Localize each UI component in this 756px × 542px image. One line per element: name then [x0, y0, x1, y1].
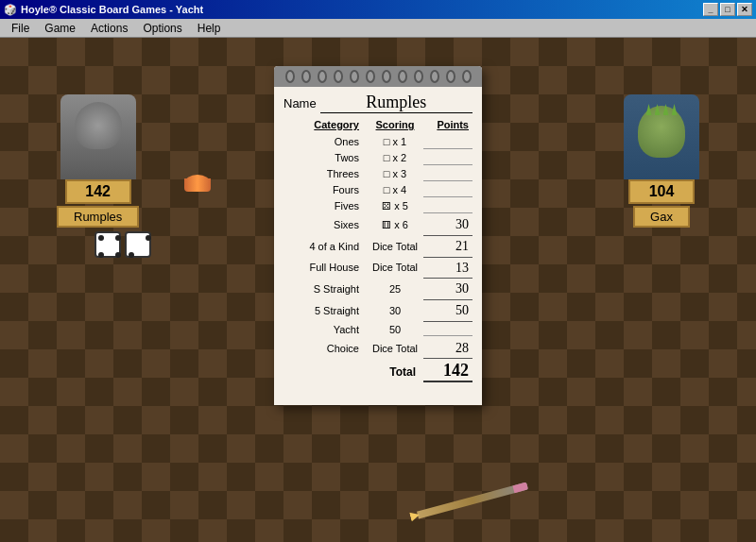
- score-row[interactable]: Fours□ x 4: [284, 182, 472, 198]
- row-points: 13: [423, 258, 472, 279]
- score-row[interactable]: 5 Straight3050: [284, 300, 472, 322]
- row-category: Sixes: [284, 217, 367, 233]
- menu-bar: File Game Actions Options Help: [0, 19, 756, 38]
- game-area: 142 Rumples: [0, 38, 756, 542]
- spiral-loop: [318, 70, 327, 83]
- row-points: 21: [423, 236, 472, 258]
- cylinder-token: [184, 175, 211, 192]
- header-category: Category: [284, 119, 367, 130]
- dot: [146, 235, 151, 241]
- score-row[interactable]: Threes□ x 3: [284, 166, 472, 182]
- row-points: [423, 200, 472, 213]
- row-points: [423, 323, 472, 336]
- row-scoring: □ x 4: [367, 182, 423, 198]
- spiral-binding: [274, 66, 482, 87]
- row-points: 28: [423, 338, 472, 360]
- score-row[interactable]: Sixes⚅ x 630: [284, 214, 472, 236]
- player-name-display: Rumples: [320, 93, 472, 113]
- scorepad: Name Rumples Category Scoring Points One…: [274, 66, 482, 405]
- title-bar-icon: 🎲: [4, 4, 17, 16]
- player-right-score: 104: [628, 179, 695, 204]
- menu-options[interactable]: Options: [135, 21, 189, 36]
- player-right-avatar: [624, 94, 699, 179]
- row-scoring: 50: [367, 322, 423, 338]
- row-category: 4 of a Kind: [284, 239, 367, 255]
- maximize-button[interactable]: □: [720, 3, 735, 16]
- row-points: [423, 168, 472, 181]
- spiral-loop: [382, 70, 391, 83]
- spiral-loop: [350, 70, 359, 83]
- spiral-loop: [398, 70, 407, 83]
- row-scoring: Dice Total: [367, 239, 423, 255]
- scorepad-rows: Ones□ x 1Twos□ x 2Threes□ x 3Fours□ x 4F…: [284, 134, 472, 359]
- row-scoring: Dice Total: [367, 260, 423, 276]
- row-scoring: □ x 3: [367, 166, 423, 182]
- total-row: Total 142: [284, 361, 472, 382]
- score-row[interactable]: S Straight2530: [284, 279, 472, 300]
- row-scoring: 25: [367, 281, 423, 297]
- score-row[interactable]: Full HouseDice Total13: [284, 258, 472, 279]
- player-left: 142 Rumples: [57, 94, 139, 228]
- close-button[interactable]: ✕: [737, 3, 752, 16]
- menu-help[interactable]: Help: [190, 21, 229, 36]
- title-bar-text: Hoyle® Classic Board Games - Yacht: [21, 4, 203, 15]
- row-category: 5 Straight: [284, 303, 367, 319]
- dot: [98, 235, 104, 241]
- score-row[interactable]: ChoiceDice Total28: [284, 338, 472, 360]
- spiral-loop: [366, 70, 375, 83]
- name-row: Name Rumples: [284, 93, 472, 113]
- spiral-loop: [285, 70, 295, 83]
- row-scoring: 30: [367, 303, 423, 319]
- row-points: 50: [423, 300, 472, 322]
- score-row[interactable]: Yacht50: [284, 322, 472, 338]
- row-points: 30: [423, 279, 472, 300]
- row-scoring: Dice Total: [367, 341, 423, 357]
- row-category: Fours: [284, 182, 367, 198]
- die-1[interactable]: [94, 231, 121, 258]
- dot: [115, 252, 121, 258]
- player-right-hair: [646, 104, 678, 115]
- header-scoring: Scoring: [367, 119, 423, 130]
- score-row[interactable]: Fives⚄ x 5: [284, 198, 472, 214]
- pencil: [417, 483, 528, 519]
- header-points: Points: [423, 119, 472, 130]
- menu-actions[interactable]: Actions: [83, 21, 135, 36]
- spiral-loop: [446, 70, 455, 83]
- minimize-button[interactable]: _: [703, 3, 718, 16]
- total-value: 142: [423, 361, 472, 382]
- dot: [129, 252, 134, 258]
- dot: [98, 252, 104, 258]
- score-row[interactable]: 4 of a KindDice Total21: [284, 236, 472, 258]
- spiral-loop: [301, 70, 311, 83]
- menu-game[interactable]: Game: [37, 21, 83, 36]
- score-row[interactable]: Twos□ x 2: [284, 150, 472, 166]
- row-category: Fives: [284, 198, 367, 214]
- row-scoring: ⚄ x 5: [367, 198, 423, 214]
- player-left-name: Rumples: [57, 206, 139, 228]
- title-bar-controls: _ □ ✕: [703, 3, 752, 16]
- spiral-loop: [462, 70, 472, 83]
- title-bar-left: 🎲 Hoyle® Classic Board Games - Yacht: [4, 4, 203, 16]
- player-left-head: [75, 102, 122, 149]
- menu-file[interactable]: File: [4, 21, 37, 36]
- spiral-loop: [430, 70, 439, 83]
- player-right: 104 Gax: [624, 94, 699, 228]
- row-points: [423, 136, 472, 149]
- score-row[interactable]: Ones□ x 1: [284, 134, 472, 150]
- title-bar: 🎲 Hoyle® Classic Board Games - Yacht _ □…: [0, 0, 756, 19]
- row-category: Yacht: [284, 322, 367, 338]
- scorepad-headers: Category Scoring Points: [284, 119, 472, 130]
- player-left-score: 142: [65, 179, 131, 204]
- player-right-name: Gax: [633, 206, 690, 228]
- row-points: [423, 184, 472, 197]
- row-points: 30: [423, 214, 472, 236]
- total-label: Total: [284, 365, 423, 379]
- row-category: Full House: [284, 260, 367, 276]
- die-2[interactable]: [125, 231, 151, 258]
- spiral-loop: [334, 70, 343, 83]
- row-scoring: ⚅ x 6: [367, 217, 423, 233]
- row-category: Ones: [284, 134, 367, 150]
- row-category: S Straight: [284, 281, 367, 297]
- row-category: Twos: [284, 150, 367, 166]
- scorepad-content: Name Rumples Category Scoring Points One…: [274, 87, 482, 386]
